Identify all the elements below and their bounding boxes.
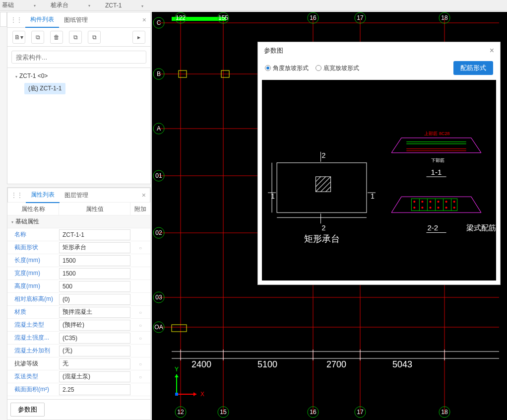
prop-tabs: ⋮⋮ 属性列表 图层管理 ×: [7, 188, 150, 203]
prop-row[interactable]: 混凝土强度...: [7, 332, 150, 345]
close-icon[interactable]: ×: [490, 46, 494, 55]
prop-row[interactable]: 抗渗等级: [7, 357, 150, 370]
svg-text:18: 18: [441, 409, 448, 416]
prop-value-input[interactable]: [59, 307, 130, 318]
svg-text:2700: 2700: [326, 359, 346, 369]
prop-rows: 名称截面形状长度(mm)宽度(mm)高度(mm)相对底标高(m)材质混凝土类型混…: [7, 228, 150, 399]
prop-extra: [130, 335, 150, 342]
prop-row[interactable]: 长度(mm): [7, 254, 150, 267]
svg-text:15: 15: [220, 409, 227, 416]
prop-row[interactable]: 混凝土类型: [7, 319, 150, 332]
new-button[interactable]: 🗎▾: [12, 31, 25, 44]
svg-text:1-1: 1-1: [431, 168, 442, 176]
prop-group-basic[interactable]: 基础属性: [7, 215, 150, 228]
dialog-title: 参数图: [264, 46, 283, 55]
svg-point-103: [421, 207, 423, 209]
copy-button[interactable]: ⧉: [31, 31, 44, 44]
svg-point-96: [413, 201, 415, 203]
dialog-diagram: 1 1 2 2 矩形承台 上部筋 8C28 下部筋 1-1: [262, 80, 496, 280]
prop-value-input[interactable]: [59, 255, 130, 266]
prop-value-input[interactable]: [59, 242, 130, 253]
svg-text:梁式配筋承台: 梁式配筋承台: [466, 224, 496, 232]
prop-label: 泵送类型: [7, 372, 59, 381]
prop-label: 材质: [7, 308, 59, 316]
svg-point-104: [429, 207, 431, 209]
crumb-3[interactable]: ZCT-1: [105, 2, 143, 9]
prop-value-input[interactable]: [59, 294, 130, 305]
paste-button[interactable]: ⧉: [88, 31, 101, 44]
svg-text:16: 16: [310, 14, 317, 21]
left-stub: [0, 12, 7, 27]
prop-row[interactable]: 截面面积(m²): [7, 383, 150, 396]
dialog-options: 角度放坡形式 底宽放坡形式 配筋形式: [258, 59, 500, 80]
prop-label: 混凝土类型: [7, 321, 59, 329]
col-value: 属性值: [59, 203, 130, 215]
grip-icon[interactable]: ⋮⋮: [8, 192, 26, 199]
param-dialog: 参数图 × 角度放坡形式 底宽放坡形式 配筋形式: [257, 42, 501, 285]
breadcrumb: 基础 桩承台 ZCT-1: [0, 0, 507, 11]
svg-line-73: [316, 177, 325, 187]
prop-label: 截面面积(m²): [7, 385, 59, 394]
svg-point-101: [453, 201, 455, 203]
prop-value-input[interactable]: [59, 281, 130, 292]
svg-text:A: A: [157, 125, 161, 132]
svg-point-106: [445, 207, 447, 209]
svg-marker-65: [175, 374, 179, 377]
svg-point-97: [421, 201, 423, 203]
svg-text:C: C: [157, 19, 161, 26]
prop-value-input[interactable]: [59, 229, 130, 240]
prop-row[interactable]: 材质: [7, 306, 150, 319]
tree-node-2[interactable]: (底) ZCT-1-1: [24, 83, 65, 94]
prop-value-input[interactable]: [59, 268, 130, 279]
prop-row[interactable]: 宽度(mm): [7, 267, 150, 280]
svg-text:01: 01: [155, 172, 162, 179]
tab-drawings[interactable]: 图纸管理: [59, 12, 93, 28]
svg-text:1: 1: [271, 192, 275, 200]
prop-row[interactable]: 相对底标高(m): [7, 293, 150, 306]
prop-label: 高度(mm): [7, 282, 59, 290]
tab-layers[interactable]: 图层管理: [60, 187, 93, 203]
close-icon[interactable]: ×: [138, 191, 150, 199]
grip-icon[interactable]: ⋮⋮: [7, 16, 25, 23]
svg-text:B: B: [157, 70, 161, 77]
search-input[interactable]: [11, 51, 146, 64]
prop-row[interactable]: 混凝土外加剂: [7, 345, 150, 357]
tree-node-1[interactable]: ZCT-1 <0>: [11, 71, 146, 81]
delete-button[interactable]: 🗑: [50, 31, 63, 44]
tab-attributes[interactable]: 属性列表: [26, 187, 60, 203]
dup-button[interactable]: ⧉: [69, 31, 82, 44]
prop-row[interactable]: 高度(mm): [7, 280, 150, 293]
param-diagram-button[interactable]: 参数图: [10, 403, 45, 417]
prop-row[interactable]: 泵送类型: [7, 370, 150, 383]
radio-angle-slope[interactable]: 角度放坡形式: [265, 64, 309, 72]
svg-text:2-2: 2-2: [427, 223, 438, 232]
prop-value-input[interactable]: [59, 320, 130, 331]
prop-row[interactable]: 名称: [7, 228, 150, 241]
prop-footer: 参数图: [7, 399, 150, 420]
prop-value-input[interactable]: [59, 333, 130, 344]
prop-value-input[interactable]: [59, 384, 130, 395]
svg-rect-67: [175, 393, 178, 396]
close-icon[interactable]: ×: [138, 16, 150, 24]
svg-rect-14: [172, 325, 187, 332]
radio-width-slope[interactable]: 底宽放坡形式: [316, 64, 359, 72]
svg-text:03: 03: [155, 294, 162, 301]
rebar-form-button[interactable]: 配筋形式: [453, 61, 493, 75]
crumb-1[interactable]: 基础: [2, 1, 36, 9]
prop-extra: [130, 373, 150, 380]
prop-header: 属性名称 属性值 附加: [7, 203, 150, 215]
svg-marker-62: [193, 392, 196, 396]
prop-value-input[interactable]: [59, 358, 130, 369]
dialog-title-bar[interactable]: 参数图 ×: [258, 42, 500, 59]
svg-point-102: [413, 207, 415, 209]
more-button[interactable]: ▸: [132, 31, 145, 44]
crumb-2[interactable]: 桩承台: [51, 1, 90, 9]
prop-value-input[interactable]: [59, 371, 130, 382]
svg-line-75: [316, 177, 320, 182]
col-name: 属性名称: [7, 203, 59, 215]
prop-row[interactable]: 截面形状: [7, 241, 150, 254]
tab-components[interactable]: 构件列表: [25, 12, 59, 28]
svg-point-98: [429, 201, 431, 203]
prop-value-input[interactable]: [59, 346, 130, 356]
prop-extra: [130, 322, 150, 329]
